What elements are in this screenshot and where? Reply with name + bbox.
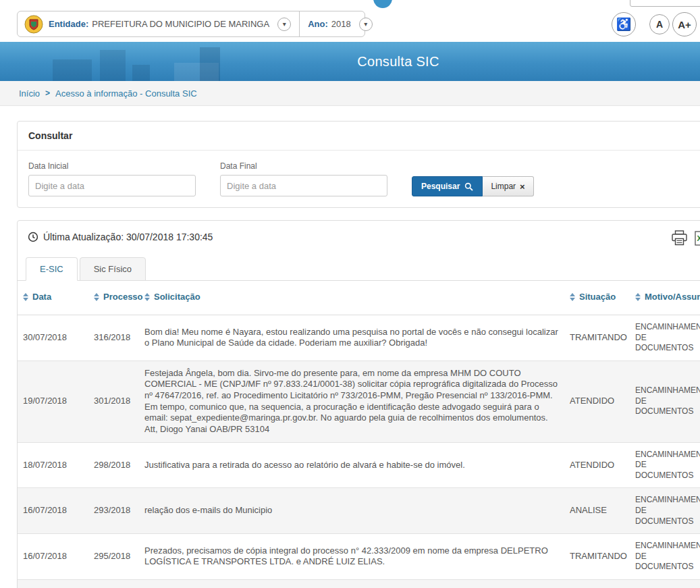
cell-motivo: ENCAMINHAMENTO DE DOCUMENTOS [630, 315, 700, 361]
cell-processo: 316/2018 [88, 315, 139, 361]
sort-icon [94, 290, 99, 304]
accessibility-button[interactable]: ♿ [612, 12, 636, 36]
cell-data: 13/07/2018 [18, 579, 88, 588]
cell-data: 30/07/2018 [18, 315, 88, 361]
cell-solicitacao: relação dos e-mails do Municipio [139, 488, 564, 534]
cell-motivo: ENCAMINHAMENTO DE DOCUMENTOS [630, 534, 700, 580]
year-value: 2018 [331, 19, 351, 29]
clear-button[interactable]: Limpar × [483, 176, 533, 196]
divider [299, 11, 300, 37]
table-row: 16/07/2018 295/2018 Prezados, precisamos… [18, 534, 700, 580]
search-icon [464, 182, 473, 191]
cell-situacao: TRAMITANDO [564, 534, 630, 580]
tab-sic-fisico[interactable]: Sic Físico [80, 257, 146, 281]
start-date-input[interactable] [28, 175, 196, 196]
cell-processo: 293/2018 [88, 488, 139, 534]
cell-solicitacao: Venho por meio deste solicitar junto a P… [139, 579, 564, 588]
page: Entidade: PREFEITURA DO MUNICIPIO DE MAR… [0, 0, 700, 588]
wheelchair-icon: ♿ [616, 17, 631, 32]
top-search-box-partial[interactable] [630, 0, 700, 7]
column-header-motivo[interactable]: Motivo/Assunto [630, 281, 700, 315]
clock-icon [28, 232, 38, 242]
cell-motivo: ENCAMINHAMENTO DE DOCUMENTOS [630, 579, 700, 588]
table-body: 30/07/2018 316/2018 Bom dia! Meu nome é … [18, 315, 700, 588]
breadcrumb-home-link[interactable]: Início [19, 88, 40, 99]
cell-motivo: ENCAMINHAMENTO DE DOCUMENTOS [630, 442, 700, 488]
cell-solicitacao: Justificativa para a retirada do acesso … [139, 442, 564, 488]
page-banner: Consulta SIC [0, 42, 700, 81]
end-date-input[interactable] [220, 175, 387, 196]
sort-icon [570, 290, 575, 304]
site-logo-partial [373, 0, 392, 8]
tab-e-sic-label: E-SIC [40, 264, 63, 274]
cell-processo: 298/2018 [88, 442, 139, 488]
cell-motivo: ENCAMINHAMENTO DE DOCUMENTOS [630, 360, 700, 442]
cell-solicitacao: Prezados, precisamos de cópia integral d… [139, 534, 564, 580]
search-button-label: Pesquisar [421, 182, 460, 191]
year-label: Ano: [308, 19, 328, 29]
cell-motivo: ENCAMINHAMENTO DE DOCUMENTOS [630, 488, 700, 534]
sort-icon [635, 290, 641, 304]
font-size-increase-label: A+ [678, 19, 691, 30]
cell-situacao: ANALISE [564, 488, 630, 534]
table-row: 30/07/2018 316/2018 Bom dia! Meu nome é … [18, 315, 700, 361]
cell-situacao: ATENDIDO [564, 442, 630, 488]
cell-situacao: ATENDIDO [564, 360, 630, 442]
chevron-down-icon: ▾ [283, 20, 286, 28]
cell-processo: 301/2018 [88, 360, 139, 442]
cell-solicitacao: Festejada Ângela, bom dia. Sirvo-me do p… [139, 360, 564, 442]
column-header-data[interactable]: Data [18, 281, 88, 315]
tab-sic-fisico-label: Sic Físico [94, 264, 132, 274]
results-tabs: E-SIC Sic Físico [18, 257, 700, 281]
close-icon: × [520, 182, 525, 192]
consult-panel-title: Consultar [18, 122, 700, 151]
cell-data: 18/07/2018 [18, 442, 88, 488]
consult-panel: Consultar Data Inicial Data Final Pesqui… [17, 121, 700, 208]
entity-label: Entidade: [49, 19, 88, 29]
cell-data: 19/07/2018 [18, 360, 88, 442]
svg-text:X: X [697, 234, 700, 242]
sort-icon [144, 290, 150, 304]
tab-e-sic[interactable]: E-SIC [26, 257, 78, 281]
results-panel: Última Atualização: 30/07/2018 17:30:45 … [17, 220, 700, 588]
column-header-processo[interactable]: Processo [88, 281, 139, 315]
cell-processo: 295/2018 [88, 534, 139, 580]
breadcrumb-current: Acesso à informação - Consulta SIC [55, 88, 197, 99]
sort-icon [23, 290, 28, 304]
search-button[interactable]: Pesquisar [412, 176, 483, 196]
end-date-group: Data Final [220, 161, 387, 196]
print-icon[interactable] [671, 230, 688, 246]
sic-table: Data Processo Solicitação Situação Motiv… [18, 281, 700, 588]
cell-data: 16/07/2018 [18, 534, 88, 580]
column-header-situacao[interactable]: Situação [564, 281, 630, 315]
entity-selector-bar: Entidade: PREFEITURA DO MUNICIPIO DE MAR… [17, 11, 365, 37]
table-row: 18/07/2018 298/2018 Justificativa para a… [18, 442, 700, 488]
last-update-text: Última Atualização: 30/07/2018 17:30:45 [43, 232, 213, 242]
excel-export-icon[interactable]: X [695, 231, 700, 246]
start-date-label: Data Inicial [28, 161, 196, 171]
cell-data: 16/07/2018 [18, 488, 88, 534]
cell-solicitacao: Bom dia! Meu nome é Nayara, estou realiz… [139, 315, 564, 361]
entity-value: PREFEITURA DO MUNICIPIO DE MARINGA [92, 19, 269, 29]
coat-of-arms-icon [24, 15, 43, 34]
table-row: 13/07/2018 291/2018 Venho por meio deste… [18, 579, 700, 588]
page-title: Consulta SIC [0, 42, 700, 81]
clear-button-label: Limpar [491, 182, 516, 191]
font-size-normal-label: A [656, 19, 663, 30]
font-size-increase-button[interactable]: A+ [672, 12, 697, 36]
chevron-right-icon: > [45, 88, 50, 98]
cell-situacao: ANALISE [564, 579, 630, 588]
column-header-solicitacao[interactable]: Solicitação [139, 281, 564, 315]
breadcrumb: Início > Acesso à informação - Consulta … [0, 81, 700, 106]
table-row: 19/07/2018 301/2018 Festejada Ângela, bo… [18, 360, 700, 442]
font-size-normal-button[interactable]: A [649, 14, 670, 34]
top-bar: Entidade: PREFEITURA DO MUNICIPIO DE MAR… [0, 0, 700, 42]
cell-processo: 291/2018 [88, 579, 139, 588]
entity-dropdown-button[interactable]: ▾ [277, 18, 291, 31]
cell-situacao: TRAMITANDO [564, 315, 630, 361]
start-date-group: Data Inicial [28, 161, 196, 196]
end-date-label: Data Final [220, 161, 387, 171]
table-header-row: Data Processo Solicitação Situação Motiv… [18, 281, 700, 315]
chevron-down-icon: ▾ [364, 20, 367, 28]
year-dropdown-button[interactable]: ▾ [359, 18, 373, 31]
